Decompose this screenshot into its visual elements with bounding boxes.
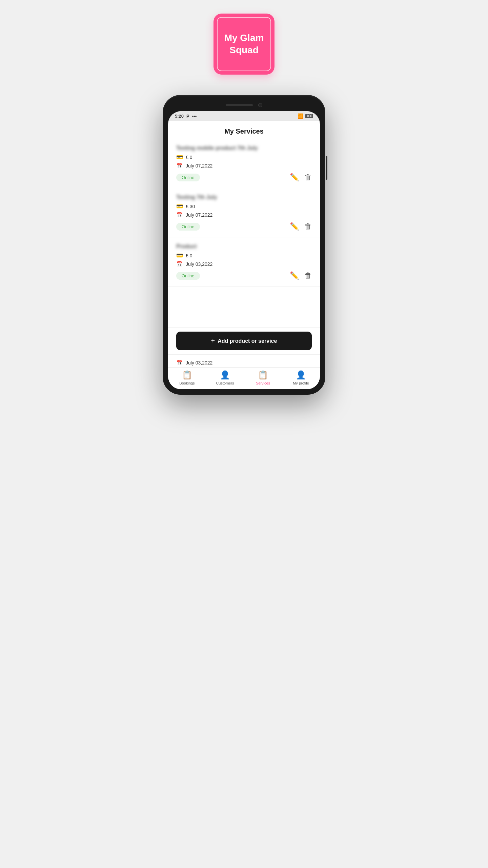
services-icon: 📋: [258, 370, 268, 380]
bookings-icon: 📋: [182, 370, 192, 380]
service-meta-3: 💳 £ 0 📅 July 03,2022: [176, 252, 312, 267]
service-item-2: Testing 7th July 💳 £ 30 📅 July 07,2022 O…: [168, 188, 320, 237]
service-item-3: Product 💳 £ 0 📅 July 03,2022 Online: [168, 237, 320, 287]
battery-icon: 100: [305, 114, 313, 118]
page-header: My Services: [168, 121, 320, 139]
service-meta-1: 💳 £ 0 📅 July 07,2022: [176, 154, 312, 169]
service-footer-1: Online ✏️ 🗑: [176, 173, 312, 182]
profile-icon: 👤: [296, 370, 306, 380]
price-icon-1: 💳: [176, 154, 183, 160]
date-value-2: July 07,2022: [186, 212, 212, 218]
phone-side-button: [326, 156, 327, 180]
phone-speaker: [226, 104, 253, 106]
service-footer-2: Online ✏️ 🗑: [176, 222, 312, 231]
date-icon-2: 📅: [176, 212, 183, 218]
carrier-icon: P: [186, 114, 189, 119]
edit-button-3[interactable]: ✏️: [290, 271, 299, 280]
date-value-3: July 03,2022: [186, 261, 212, 267]
bottom-nav: 📋 Bookings 👤 Customers 📋 Services 👤 My p…: [168, 367, 320, 389]
nav-item-customers[interactable]: 👤 Customers: [206, 370, 244, 385]
delete-button-1[interactable]: 🗑: [304, 173, 312, 182]
date-icon-1: 📅: [176, 162, 183, 169]
price-value-2: £ 30: [186, 204, 195, 209]
price-icon-2: 💳: [176, 203, 183, 210]
price-row-1: 💳 £ 0: [176, 154, 312, 160]
status-badge-3: Online: [176, 272, 200, 280]
service-name-3: Product: [176, 243, 312, 250]
app-content: My Services Testing mobile product 7th J…: [168, 121, 320, 389]
page-title: My Services: [175, 127, 313, 135]
nav-label-services: Services: [256, 381, 270, 385]
price-row-2: 💳 £ 30: [176, 203, 312, 210]
date-icon-3: 📅: [176, 261, 183, 267]
app-logo: My GlamSquad: [214, 14, 274, 75]
phone-screen: 5:20 P ••• 📶 100 My Services Testing: [168, 111, 320, 389]
date-row-2: 📅 July 07,2022: [176, 212, 312, 218]
wifi-icon: 📶: [298, 113, 303, 119]
plus-icon: +: [211, 337, 215, 345]
nav-item-my-profile[interactable]: 👤 My profile: [282, 370, 320, 385]
service-meta-2: 💳 £ 30 📅 July 07,2022: [176, 203, 312, 218]
add-button-container: + Add product or service: [168, 327, 320, 354]
status-dots: •••: [192, 114, 197, 119]
edit-button-2[interactable]: ✏️: [290, 222, 299, 231]
nav-item-services[interactable]: 📋 Services: [244, 370, 282, 385]
delete-button-3[interactable]: 🗑: [304, 271, 312, 280]
service-footer-3: Online ✏️ 🗑: [176, 271, 312, 280]
edit-button-1[interactable]: ✏️: [290, 173, 299, 182]
phone-top-bar: [168, 100, 320, 111]
status-right: 📶 100: [298, 113, 313, 119]
action-buttons-2: ✏️ 🗑: [290, 222, 312, 231]
price-icon-3: 💳: [176, 252, 183, 259]
price-value-1: £ 0: [186, 155, 192, 160]
date-value-1: July 07,2022: [186, 163, 212, 169]
add-product-service-button[interactable]: + Add product or service: [176, 332, 312, 350]
service-name-2: Testing 7th July: [176, 194, 312, 200]
partial-date-icon: 📅: [176, 359, 183, 366]
nav-label-customers: Customers: [216, 381, 234, 385]
status-time: 5:20: [175, 114, 184, 119]
service-item: Testing mobile product 7th July 💳 £ 0 📅 …: [168, 139, 320, 188]
service-name-1: Testing mobile product 7th July: [176, 145, 312, 151]
status-badge-2: Online: [176, 223, 200, 231]
phone-camera: [258, 103, 262, 107]
action-buttons-1: ✏️ 🗑: [290, 173, 312, 182]
partial-date-value: July 03,2022: [186, 360, 212, 366]
status-bar: 5:20 P ••• 📶 100: [168, 111, 320, 121]
partial-item: 📅 July 03,2022: [168, 354, 320, 367]
price-row-3: 💳 £ 0: [176, 252, 312, 259]
partial-date-row: 📅 July 03,2022: [176, 359, 312, 366]
app-logo-text: My GlamSquad: [224, 32, 264, 57]
nav-item-bookings[interactable]: 📋 Bookings: [168, 370, 206, 385]
nav-label-profile: My profile: [293, 381, 309, 385]
date-row-3: 📅 July 03,2022: [176, 261, 312, 267]
status-left: 5:20 P •••: [175, 114, 197, 119]
date-row-1: 📅 July 07,2022: [176, 162, 312, 169]
delete-button-2[interactable]: 🗑: [304, 222, 312, 231]
customers-icon: 👤: [220, 370, 230, 380]
add-button-label: Add product or service: [218, 338, 277, 344]
status-badge-1: Online: [176, 174, 200, 181]
phone-frame: 5:20 P ••• 📶 100 My Services Testing: [163, 95, 325, 395]
action-buttons-3: ✏️ 🗑: [290, 271, 312, 280]
price-value-3: £ 0: [186, 253, 192, 258]
nav-label-bookings: Bookings: [179, 381, 195, 385]
services-list: Testing mobile product 7th July 💳 £ 0 📅 …: [168, 139, 320, 327]
